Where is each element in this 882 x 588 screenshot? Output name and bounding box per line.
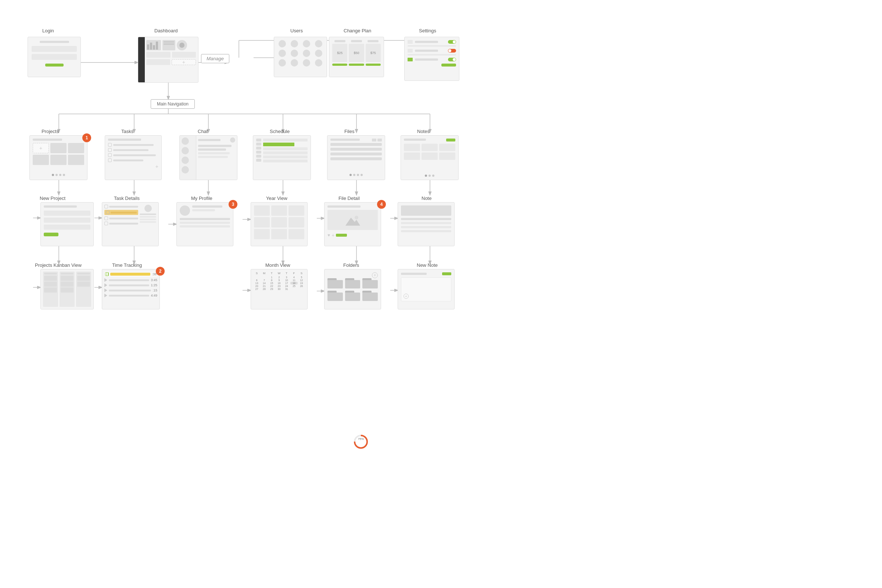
my-profile-wireframe: 75% [176,202,233,246]
projects-kanban-wireframe [40,269,94,309]
chat-wireframe [179,135,237,180]
change-plan-label: Change Plan [344,28,371,33]
task-details-wireframe [102,202,159,246]
svg-marker-43 [345,218,360,226]
login-wireframe [28,37,81,77]
month-view-label: Month View [266,262,290,268]
notes-wireframe [400,135,459,180]
file-detail-wireframe: ♥ + [324,202,381,246]
year-view-label: Year View [266,195,287,201]
svg-point-44 [355,216,358,219]
projects-wireframe: + [29,135,87,180]
month-view-wireframe: SMTWTFS 12345 6789101112 13141516171819 … [250,269,308,309]
chat-label: Chat [198,129,208,134]
users-label: Users [290,28,303,33]
task-details-label: Task Details [114,195,140,201]
year-view-wireframe [250,202,308,246]
note-label: Note [422,195,432,201]
tasks-label: Tasks [121,129,134,134]
new-note-wireframe: + [398,269,454,309]
new-note-label: New Note [417,262,438,268]
badge-1: 1 [82,134,91,142]
projects-label: Projects [42,129,59,134]
manage-button[interactable]: Manage [201,54,230,63]
new-project-label: New Project [40,195,65,201]
folders-wireframe: + [324,269,381,309]
badge-3: 3 [229,200,237,209]
note-wireframe [398,202,454,246]
users-wireframe [274,37,327,77]
dashboard-wireframe: + [138,37,198,82]
file-detail-label: File Detail [339,195,360,201]
main-nav-box: Main Navigation [151,99,195,109]
projects-kanban-label: Projects Kanban View [35,262,82,268]
diagram-container: Login Dashboard [0,0,882,588]
change-plan-wireframe: $25 $50 $75 [329,37,384,77]
files-wireframe [327,135,385,180]
settings-wireframe [404,37,459,81]
notes-label: Notes [417,129,430,134]
files-label: Files [344,129,354,134]
settings-label: Settings [419,28,436,33]
tasks-wireframe: + [105,135,162,180]
time-tracking-wireframe: :38 3:45 1:25 :15 4:49 [102,269,160,309]
login-label: Login [42,28,54,33]
folders-label: Folders [343,262,359,268]
my-profile-label: My Profile [191,195,212,201]
schedule-wireframe [253,135,311,180]
new-project-wireframe [40,202,94,246]
badge-4: 4 [377,200,386,209]
dashboard-label: Dashboard [154,28,178,33]
schedule-label: Schedule [270,129,290,134]
badge-2: 2 [156,267,165,276]
time-tracking-label: Time Tracking [112,262,142,268]
